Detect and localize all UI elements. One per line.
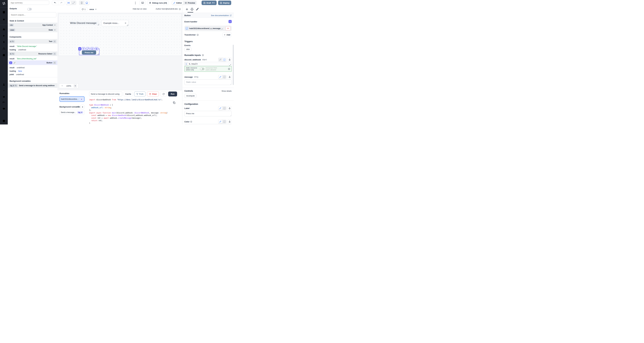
- schedules-icon[interactable]: [2, 54, 5, 57]
- info-icon[interactable]: [197, 34, 199, 36]
- desktop-view-button[interactable]: [84, 1, 89, 5]
- refresh-count-button[interactable]: 1: [80, 7, 87, 12]
- runs-icon[interactable]: [2, 34, 5, 38]
- button-component-selection[interactable]: c Press me: [79, 48, 100, 55]
- favorites-icon[interactable]: [2, 18, 5, 22]
- eval-mode-icon[interactable]: f: [222, 120, 226, 124]
- static-mode-icon[interactable]: [218, 106, 222, 110]
- move-icon[interactable]: [95, 47, 98, 50]
- expr-editor[interactable]: 1 b.result: [184, 62, 232, 66]
- tab-preview[interactable]: Preview: [184, 1, 196, 5]
- zoom-out-button[interactable]: −: [60, 84, 64, 88]
- eval-mode-icon[interactable]: f: [222, 75, 226, 79]
- component-row-a[interactable]: a Text: [8, 39, 58, 44]
- deploy-button[interactable]: Deploy: [218, 0, 231, 5]
- component-row-c[interactable]: c Button: [8, 60, 58, 65]
- component-row-b[interactable]: b Resource Select: [8, 52, 58, 56]
- runnable-item-selected[interactable]: hub/1511/discord/se... c: [60, 96, 84, 102]
- folders-icon[interactable]: [2, 101, 5, 105]
- refresh-run-button[interactable]: [160, 92, 167, 96]
- background-runnable-row[interactable]: bg_0 Send a message to discord using web…: [8, 83, 58, 88]
- panel-scrollbar[interactable]: [233, 45, 234, 85]
- press-me-button[interactable]: Press me: [82, 50, 96, 54]
- audit-logs-icon[interactable]: [2, 107, 5, 111]
- connect-input-icon[interactable]: [228, 58, 232, 62]
- eval-mode-icon[interactable]: f: [222, 106, 226, 110]
- info-icon[interactable]: [179, 8, 181, 10]
- users-icon[interactable]: [2, 83, 5, 86]
- styling-tab-icon[interactable]: [196, 8, 199, 11]
- resize-grip-icon[interactable]: [230, 115, 231, 116]
- code-block[interactable]: import discordwebhook from "https://deno…: [89, 98, 168, 124]
- output-row-state[interactable]: state State: [8, 28, 58, 32]
- run-button[interactable]: Run: [168, 92, 177, 96]
- undo-button[interactable]: [52, 1, 58, 5]
- label-input[interactable]: Press me: [184, 111, 232, 116]
- pencil-icon[interactable]: [13, 61, 16, 64]
- message-static-input[interactable]: [184, 80, 232, 85]
- static-mode-icon[interactable]: [218, 120, 222, 124]
- connect-input-icon[interactable]: [228, 106, 232, 110]
- resource-mode-toggle[interactable]: [200, 68, 204, 70]
- cache-button[interactable]: Cache: [124, 92, 133, 96]
- component-settings-tab-icon[interactable]: [190, 8, 194, 11]
- docs-button[interactable]: [140, 0, 146, 5]
- app-canvas[interactable]: Write Discord message: Example resou... …: [58, 12, 182, 90]
- remove-handler-button[interactable]: [226, 26, 230, 30]
- collapse-c-button[interactable]: [53, 62, 56, 64]
- draft-button[interactable]: Draft ⌘S: [202, 0, 216, 5]
- help-icon[interactable]: [2, 120, 5, 123]
- event-handler-row[interactable]: f hub/1511/discord/send_a_message_...: [184, 26, 232, 31]
- insert-below-icon[interactable]: [82, 47, 85, 50]
- output-row-ctx[interactable]: ctx App Context: [8, 23, 58, 28]
- info-icon[interactable]: [78, 106, 80, 108]
- expand-component-icon[interactable]: [86, 47, 90, 50]
- eval-mode-icon[interactable]: f: [222, 58, 226, 62]
- debug-runs-button[interactable]: Debug runs (23): [147, 0, 168, 5]
- app-summary-input[interactable]: [9, 0, 49, 5]
- event-click-chip[interactable]: click: [184, 48, 192, 51]
- static-mode-icon[interactable]: [218, 75, 222, 79]
- fork-button[interactable]: Fork: [134, 92, 146, 96]
- redo-button[interactable]: [58, 1, 64, 5]
- script-name-field[interactable]: Send a message to discord using: [89, 92, 122, 96]
- copy-code-icon[interactable]: [173, 101, 176, 104]
- search-outputs-input[interactable]: [9, 12, 56, 18]
- variables-icon[interactable]: [2, 41, 5, 44]
- zoom-in-button[interactable]: +: [74, 84, 77, 88]
- static-mode-icon[interactable]: [218, 58, 222, 62]
- see-documentation-link[interactable]: See documentation: [211, 14, 232, 16]
- resize-handle[interactable]: [98, 24, 99, 25]
- resize-grip-icon[interactable]: [230, 83, 231, 85]
- text-component[interactable]: Write Discord message:: [70, 20, 99, 26]
- settings-icon[interactable]: [2, 89, 5, 93]
- info-icon[interactable]: [190, 121, 192, 123]
- more-menu-icon[interactable]: [134, 1, 137, 4]
- resize-handle[interactable]: [98, 53, 99, 54]
- show-details-link[interactable]: Show details: [222, 90, 232, 92]
- mobile-view-button[interactable]: [79, 1, 84, 5]
- recompute-chip[interactable]: recompute: [184, 94, 196, 98]
- clear-select-icon[interactable]: [124, 22, 126, 24]
- tab-editor[interactable]: Editor: [172, 1, 183, 5]
- collapse-b-button[interactable]: [53, 52, 56, 55]
- connect-input-icon[interactable]: [228, 120, 232, 124]
- align-layout-button[interactable]: [66, 1, 71, 5]
- insert-component-tab-icon[interactable]: [185, 8, 188, 11]
- fullscreen-layout-button[interactable]: [71, 1, 76, 5]
- workspace-icon[interactable]: [2, 11, 5, 14]
- add-background-runnable-button[interactable]: [80, 104, 85, 109]
- run-mode-dropdown[interactable]: once: [90, 7, 97, 12]
- resources-icon[interactable]: [2, 47, 5, 51]
- workers-icon[interactable]: [2, 95, 5, 99]
- windmill-logo[interactable]: [2, 2, 6, 6]
- color-input[interactable]: [184, 124, 232, 124]
- home-icon[interactable]: [2, 28, 5, 32]
- anchor-icon[interactable]: [90, 47, 94, 50]
- hide-bar-toggle[interactable]: [27, 8, 32, 10]
- resize-handle[interactable]: [127, 24, 128, 26]
- info-icon[interactable]: [228, 68, 230, 70]
- info-icon[interactable]: [202, 54, 204, 56]
- collapse-a-button[interactable]: [53, 40, 56, 43]
- add-transformer-button[interactable]: Add: [222, 32, 232, 37]
